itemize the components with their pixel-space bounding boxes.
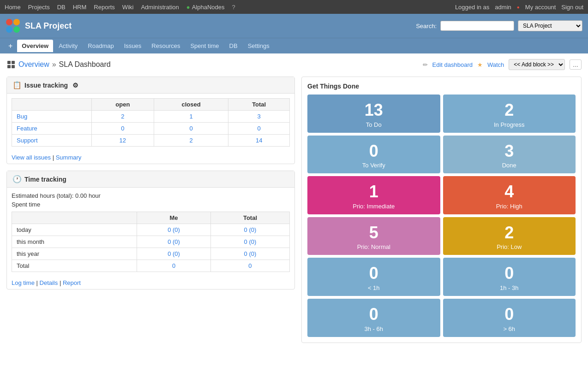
time-total-cell: 0 bbox=[210, 260, 289, 272]
time-total-link[interactable]: 0 (0) bbox=[244, 250, 257, 257]
issue-type-link[interactable]: Feature bbox=[17, 125, 37, 132]
add-nav-button[interactable]: + bbox=[5, 40, 16, 52]
summary-link[interactable]: Summary bbox=[56, 154, 82, 161]
nav-wiki[interactable]: Wiki bbox=[122, 4, 134, 11]
issue-closed-link[interactable]: 0 bbox=[190, 125, 193, 132]
time-table-row: this year 0 (0) 0 (0) bbox=[12, 248, 290, 260]
log-time-link[interactable]: Log time bbox=[12, 279, 35, 286]
gtd-label: Done bbox=[448, 162, 571, 169]
time-me-link[interactable]: 0 bbox=[172, 262, 175, 269]
issue-tracking-footer: View all issues | Summary bbox=[7, 151, 294, 164]
search-scope-select[interactable]: SLA Project bbox=[518, 20, 582, 31]
more-button[interactable]: ... bbox=[570, 59, 582, 70]
issue-table-row: Bug 2 1 3 bbox=[12, 111, 290, 123]
subnav-spent-time[interactable]: Spent time bbox=[186, 40, 223, 52]
nav-home[interactable]: Home bbox=[5, 4, 21, 11]
alpha-nodes-item[interactable]: ● AlphaNodes bbox=[186, 4, 225, 11]
subnav-issues[interactable]: Issues bbox=[120, 40, 146, 52]
issue-open-link[interactable]: 2 bbox=[121, 113, 124, 120]
gtd-label: Prio: High bbox=[448, 203, 571, 210]
issue-tracking-settings-icon[interactable]: ⚙ bbox=[72, 82, 78, 89]
search-input[interactable] bbox=[440, 21, 514, 31]
edit-dashboard-link[interactable]: Edit dashboard bbox=[432, 61, 473, 68]
time-me-cell: 0 (0) bbox=[137, 248, 211, 260]
sign-out-link[interactable]: Sign out bbox=[561, 4, 583, 11]
watch-link[interactable]: Watch bbox=[487, 61, 504, 68]
nav-reports[interactable]: Reports bbox=[94, 4, 115, 11]
subnav-activity[interactable]: Activity bbox=[54, 40, 82, 52]
gtd-label: 3h - 6h bbox=[312, 325, 436, 332]
issue-tracking-icon: 📋 bbox=[12, 81, 22, 89]
gtd-card[interactable]: 2 Prio: Low bbox=[443, 217, 576, 255]
time-total-link[interactable]: 0 (0) bbox=[244, 226, 257, 233]
nav-db[interactable]: DB bbox=[57, 4, 66, 11]
gtd-label: < 1h bbox=[312, 284, 436, 291]
gtd-card[interactable]: 0 > 6h bbox=[443, 299, 576, 337]
issue-total-link[interactable]: 0 bbox=[258, 125, 261, 132]
svg-point-2 bbox=[6, 26, 12, 33]
nav-hrm[interactable]: HRM bbox=[73, 4, 87, 11]
breadcrumb-overview-link[interactable]: Overview bbox=[18, 60, 49, 69]
gtd-label: To Do bbox=[312, 121, 436, 128]
time-me-link[interactable]: 0 (0) bbox=[168, 250, 180, 257]
gtd-card[interactable]: 0 3h - 6h bbox=[307, 299, 440, 337]
add-block-select[interactable]: << Add block >> bbox=[509, 59, 565, 70]
gtd-card[interactable]: 0 1h - 3h bbox=[443, 258, 576, 296]
issue-table-row: Support 12 2 14 bbox=[12, 135, 290, 147]
time-col-me: Me bbox=[137, 212, 211, 224]
report-link[interactable]: Report bbox=[63, 279, 81, 286]
gtd-card[interactable]: 4 Prio: High bbox=[443, 176, 576, 214]
time-total-link[interactable]: 0 bbox=[248, 262, 252, 269]
issue-closed-link[interactable]: 2 bbox=[190, 137, 193, 144]
gtd-card[interactable]: 13 To Do bbox=[307, 95, 440, 133]
search-label: Search: bbox=[416, 23, 437, 30]
nav-alphanodes[interactable]: AlphaNodes bbox=[192, 4, 225, 11]
gtd-card[interactable]: 2 In Progress bbox=[443, 95, 576, 133]
time-me-link[interactable]: 0 (0) bbox=[168, 226, 180, 233]
view-all-issues-link[interactable]: View all issues bbox=[12, 154, 51, 161]
gtd-number: 0 bbox=[312, 264, 436, 283]
gtd-card[interactable]: 3 Done bbox=[443, 136, 576, 174]
gtd-card[interactable]: 0 To Verify bbox=[307, 136, 440, 174]
help-icon: ? bbox=[232, 4, 235, 11]
issue-open-link[interactable]: 12 bbox=[120, 137, 126, 144]
issue-closed-link[interactable]: 1 bbox=[190, 113, 193, 120]
time-total-cell: 0 (0) bbox=[210, 236, 289, 248]
issue-open-cell: 2 bbox=[91, 111, 154, 123]
page-content: Overview » SLA Dashboard ✏ Edit dashboar… bbox=[0, 53, 588, 349]
gtd-card[interactable]: 5 Prio: Normal bbox=[307, 217, 440, 255]
nav-projects[interactable]: Projects bbox=[28, 4, 50, 11]
admin-link[interactable]: admin bbox=[495, 4, 511, 11]
star-icon: ★ bbox=[477, 61, 483, 68]
subnav-resources[interactable]: Resources bbox=[147, 40, 185, 52]
issue-open-link[interactable]: 0 bbox=[121, 125, 124, 132]
gtd-number: 0 bbox=[312, 305, 436, 324]
gtd-card[interactable]: 0 < 1h bbox=[307, 258, 440, 296]
issue-total-cell: 14 bbox=[228, 135, 290, 147]
time-me-link[interactable]: 0 (0) bbox=[168, 238, 180, 245]
breadcrumb: Overview » SLA Dashboard bbox=[6, 60, 111, 69]
top-nav-right: Logged in as admin ● My account Sign out bbox=[455, 4, 583, 11]
project-title: SLA Project bbox=[25, 21, 72, 31]
gtd-card[interactable]: 1 Prio: Immediate bbox=[307, 176, 440, 214]
subnav-db[interactable]: DB bbox=[225, 40, 242, 52]
time-period-cell: today bbox=[12, 224, 137, 236]
time-total-link[interactable]: 0 (0) bbox=[244, 238, 257, 245]
sub-navigation: + Overview Activity Roadmap Issues Resou… bbox=[0, 38, 588, 53]
issue-type-link[interactable]: Bug bbox=[17, 113, 27, 120]
subnav-roadmap[interactable]: Roadmap bbox=[83, 40, 118, 52]
col-closed: closed bbox=[154, 99, 228, 111]
nav-administration[interactable]: Administration bbox=[141, 4, 179, 11]
details-link[interactable]: Details bbox=[40, 279, 58, 286]
subnav-overview[interactable]: Overview bbox=[17, 40, 53, 52]
issue-type-link[interactable]: Support bbox=[17, 137, 38, 144]
breadcrumb-separator: » bbox=[52, 60, 56, 69]
subnav-settings[interactable]: Settings bbox=[243, 40, 274, 52]
issue-total-link[interactable]: 14 bbox=[256, 137, 262, 144]
gtd-grid: 13 To Do 2 In Progress 0 To Verify 3 Don… bbox=[307, 95, 576, 337]
my-account-link[interactable]: My account bbox=[525, 4, 556, 11]
issue-total-link[interactable]: 3 bbox=[258, 113, 261, 120]
time-tracking-title: Time tracking bbox=[24, 176, 66, 183]
gtd-number: 5 bbox=[312, 224, 436, 242]
time-period-cell: Total bbox=[12, 260, 137, 272]
